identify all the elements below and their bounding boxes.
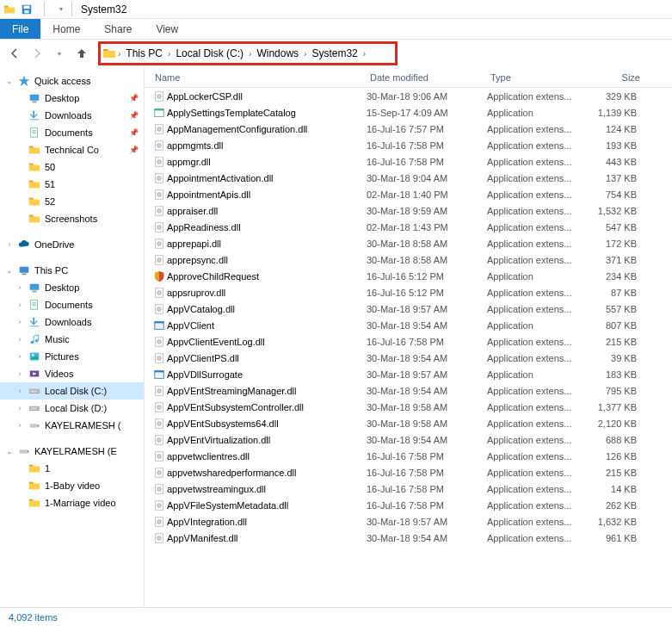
file-row[interactable]: AppointmentActivation.dll30-Mar-18 9:04 … <box>145 170 672 186</box>
tree-label: Downloads <box>45 110 91 121</box>
file-row[interactable]: AppVClientPS.dll30-Mar-18 9:54 AMApplica… <box>145 350 672 366</box>
collapse-icon[interactable]: ⌄ <box>5 266 14 275</box>
file-row[interactable]: AppVManifest.dll30-Mar-18 9:54 AMApplica… <box>145 530 672 546</box>
sidebar-item[interactable]: ›Local Disk (D:) <box>0 400 144 417</box>
collapse-icon[interactable]: ⌄ <box>5 77 14 85</box>
file-row[interactable]: appvetwclientres.dll16-Jul-16 7:58 PMApp… <box>145 448 672 464</box>
chevron-right-icon[interactable]: › <box>302 49 308 59</box>
sidebar-item[interactable]: 1-Marriage video <box>0 494 144 511</box>
file-row[interactable]: appmgr.dll16-Jul-16 7:58 PMApplication e… <box>145 153 672 170</box>
tree-label: Desktop <box>45 93 79 103</box>
sidebar-item[interactable]: 51 <box>0 176 144 193</box>
forward-button[interactable] <box>28 44 46 63</box>
expand-icon[interactable]: › <box>15 352 24 361</box>
sidebar-item[interactable]: Screenshots <box>0 210 144 227</box>
sidebar-item[interactable]: ›Downloads <box>0 313 144 331</box>
chevron-right-icon[interactable]: › <box>247 49 253 59</box>
sidebar-item[interactable]: ›Desktop <box>0 279 144 296</box>
header-name[interactable]: Name <box>151 72 367 83</box>
qat-dropdown-icon[interactable]: ▾ <box>54 3 68 16</box>
save-icon[interactable] <box>20 3 34 16</box>
tree-ext-drive[interactable]: ⌄ KAYELRAMESH (E <box>0 443 144 460</box>
sidebar-item[interactable]: 50 <box>0 158 144 176</box>
file-row[interactable]: AppLockerCSP.dll30-Mar-18 9:06 AMApplica… <box>145 88 672 104</box>
file-row[interactable]: AppVClient30-Mar-18 9:54 AMApplication80… <box>145 317 672 333</box>
file-row[interactable]: apprepsync.dll30-Mar-18 8:58 AMApplicati… <box>145 251 672 268</box>
breadcrumb[interactable]: Local Disk (C:) <box>172 47 247 59</box>
up-button[interactable] <box>72 44 91 63</box>
chevron-right-icon[interactable]: › <box>116 49 122 59</box>
file-size: 262 KB <box>583 500 637 511</box>
sidebar-item[interactable]: Technical Co📌 <box>0 141 144 158</box>
breadcrumb[interactable]: This PC <box>122 47 166 59</box>
file-row[interactable]: AppVDllSurrogate30-Mar-18 9:57 AMApplica… <box>145 366 672 382</box>
sidebar-item[interactable]: ›Documents <box>0 296 144 313</box>
sidebar-item[interactable]: 1-Baby video <box>0 477 144 494</box>
breadcrumb[interactable]: Windows <box>253 47 302 59</box>
sidebar-item[interactable]: ›Local Disk (C:) <box>0 382 144 400</box>
file-date: 30-Mar-18 9:57 AM <box>367 304 487 314</box>
file-row[interactable]: AppVCatalog.dll30-Mar-18 9:57 AMApplicat… <box>145 301 672 317</box>
file-date: 16-Jul-16 5:12 PM <box>367 271 487 282</box>
expand-icon[interactable]: › <box>15 318 24 326</box>
sidebar-item[interactable]: ›Videos <box>0 365 144 382</box>
expand-icon[interactable]: › <box>15 301 24 309</box>
navigation-pane[interactable]: ⌄ Quick access Desktop📌Downloads📌Documen… <box>0 67 145 607</box>
back-button[interactable] <box>5 44 24 63</box>
file-row[interactable]: AppReadiness.dll02-Mar-18 1:43 PMApplica… <box>145 219 672 235</box>
file-row[interactable]: appraiser.dll30-Mar-18 9:59 AMApplicatio… <box>145 202 672 219</box>
tab-share[interactable]: Share <box>92 19 144 39</box>
file-date: 15-Sep-17 4:09 AM <box>367 108 487 118</box>
file-row[interactable]: AppvClientEventLog.dll16-Jul-16 7:58 PMA… <box>145 333 672 350</box>
sidebar-item[interactable]: 52 <box>0 193 144 210</box>
file-row[interactable]: AppVEntSubsystemController.dll30-Mar-18 … <box>145 399 672 415</box>
file-row[interactable]: appvetwstreamingux.dll16-Jul-16 7:58 PMA… <box>145 480 672 497</box>
file-row[interactable]: ApplySettingsTemplateCatalog15-Sep-17 4:… <box>145 104 672 121</box>
sidebar-item[interactable]: Downloads📌 <box>0 107 144 124</box>
file-row[interactable]: AppVEntStreamingManager.dll30-Mar-18 9:5… <box>145 382 672 399</box>
expand-icon[interactable]: › <box>15 387 24 395</box>
svg-point-36 <box>158 145 159 146</box>
header-size[interactable]: Size <box>583 72 644 83</box>
tree-this-pc[interactable]: ⌄ This PC <box>0 262 144 279</box>
expand-icon[interactable]: › <box>15 404 24 412</box>
file-row[interactable]: appmgmts.dll16-Jul-16 7:58 PMApplication… <box>145 137 672 153</box>
file-row[interactable]: appsruprov.dll16-Jul-16 5:12 PMApplicati… <box>145 284 672 301</box>
expand-icon[interactable]: › <box>15 283 24 292</box>
file-icon <box>151 90 167 103</box>
sidebar-item[interactable]: Desktop📌 <box>0 90 144 107</box>
file-row[interactable]: AppointmentApis.dll02-Mar-18 1:40 PMAppl… <box>145 186 672 202</box>
address-bar[interactable]: › This PC › Local Disk (C:) › Windows › … <box>98 41 398 65</box>
tab-file[interactable]: File <box>0 19 40 39</box>
expand-icon[interactable]: › <box>15 335 24 344</box>
file-row[interactable]: ApproveChildRequest16-Jul-16 5:12 PMAppl… <box>145 268 672 284</box>
chevron-right-icon[interactable]: › <box>166 49 172 59</box>
file-row[interactable]: AppVEntVirtualization.dll30-Mar-18 9:54 … <box>145 431 672 448</box>
file-row[interactable]: AppVFileSystemMetadata.dll16-Jul-16 7:58… <box>145 497 672 513</box>
header-type[interactable]: Type <box>487 72 583 83</box>
file-row[interactable]: AppVEntSubsystems64.dll30-Mar-18 9:58 AM… <box>145 415 672 431</box>
sidebar-item[interactable]: 1 <box>0 460 144 477</box>
header-date[interactable]: Date modified <box>367 72 487 83</box>
sidebar-item[interactable]: ›Music <box>0 331 144 348</box>
file-row[interactable]: apprepapi.dll30-Mar-18 8:58 AMApplicatio… <box>145 235 672 251</box>
tab-view[interactable]: View <box>144 19 190 39</box>
expand-icon[interactable]: › <box>5 240 14 249</box>
breadcrumb[interactable]: System32 <box>308 47 361 59</box>
tree-onedrive[interactable]: › OneDrive <box>0 236 144 253</box>
tree-quick-access[interactable]: ⌄ Quick access <box>0 72 144 90</box>
sidebar-item[interactable]: ›KAYELRAMESH ( <box>0 417 144 434</box>
collapse-icon[interactable]: ⌄ <box>5 447 14 456</box>
file-row[interactable]: AppVIntegration.dll30-Mar-18 9:57 AMAppl… <box>145 513 672 530</box>
tab-home[interactable]: Home <box>40 19 92 39</box>
file-row[interactable]: AppManagementConfiguration.dll16-Jul-16 … <box>145 121 672 137</box>
folder-icon <box>28 496 41 510</box>
chevron-right-icon[interactable]: › <box>361 49 390 59</box>
sidebar-item[interactable]: Documents📌 <box>0 124 144 141</box>
recent-dropdown[interactable]: ▾ <box>50 44 69 63</box>
file-list[interactable]: AppLockerCSP.dll30-Mar-18 9:06 AMApplica… <box>145 88 672 607</box>
file-row[interactable]: appvetwsharedperformance.dll16-Jul-16 7:… <box>145 464 672 480</box>
expand-icon[interactable]: › <box>15 369 24 378</box>
expand-icon[interactable]: › <box>15 421 24 430</box>
sidebar-item[interactable]: ›Pictures <box>0 348 144 365</box>
